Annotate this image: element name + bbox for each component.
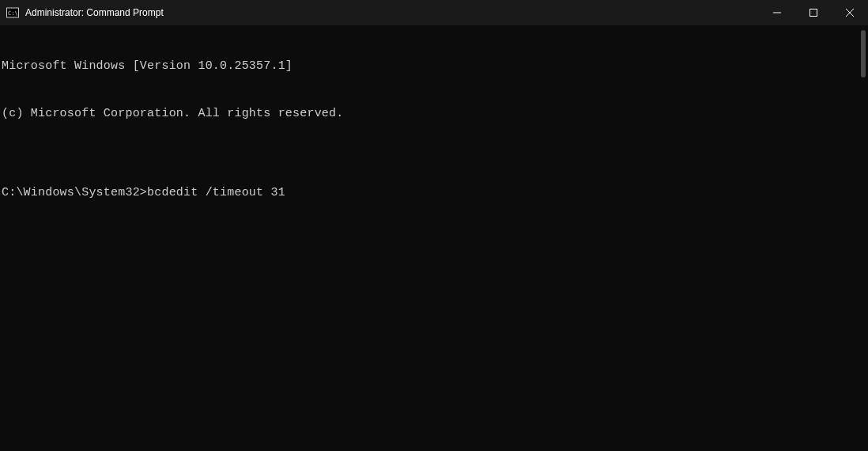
prompt-line: C:\Windows\System32>bcdedit /timeout 31: [2, 185, 868, 201]
terminal-content: Microsoft Windows [Version 10.0.25357.1]…: [2, 27, 868, 233]
maximize-icon: [810, 9, 817, 17]
scrollbar-thumb[interactable]: [861, 30, 866, 78]
cmd-icon: C:\: [6, 6, 19, 19]
prompt-path: C:\Windows\System32>: [2, 185, 147, 201]
svg-rect-3: [810, 9, 817, 17]
window-controls: [759, 0, 868, 25]
command-text: bcdedit /timeout 31: [147, 185, 285, 201]
minimize-button[interactable]: [759, 0, 795, 25]
close-button[interactable]: [832, 0, 868, 25]
svg-text:C:\: C:\: [8, 10, 18, 17]
version-line: Microsoft Windows [Version 10.0.25357.1]: [2, 59, 868, 74]
terminal-area[interactable]: Microsoft Windows [Version 10.0.25357.1]…: [0, 25, 868, 451]
titlebar-left: C:\ Administrator: Command Prompt: [6, 6, 164, 19]
close-icon: [846, 9, 854, 17]
titlebar: C:\ Administrator: Command Prompt: [0, 0, 868, 25]
window-title: Administrator: Command Prompt: [25, 7, 164, 18]
maximize-button[interactable]: [795, 0, 832, 25]
minimize-icon: [773, 9, 781, 17]
copyright-line: (c) Microsoft Corporation. All rights re…: [2, 106, 868, 122]
